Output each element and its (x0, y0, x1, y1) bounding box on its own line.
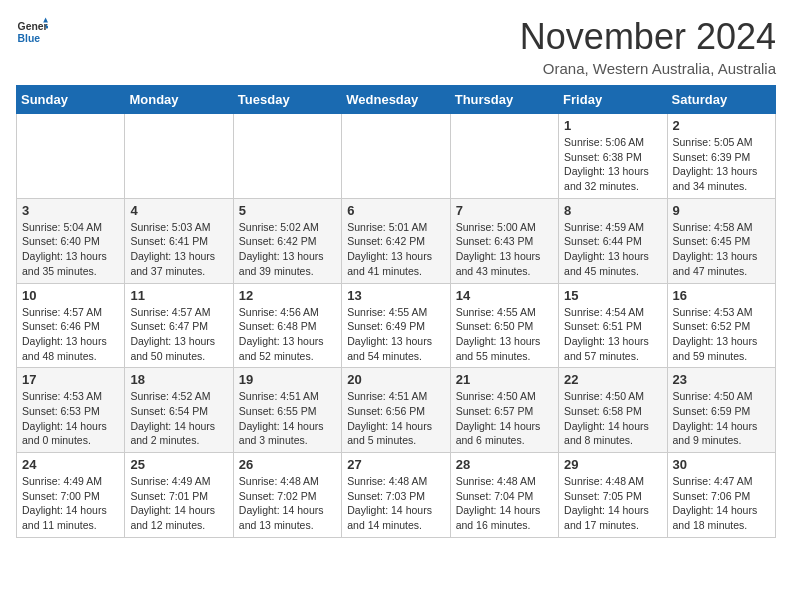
calendar-cell: 19Sunrise: 4:51 AMSunset: 6:55 PMDayligh… (233, 368, 341, 453)
day-number: 10 (22, 288, 119, 303)
day-number: 22 (564, 372, 661, 387)
calendar-cell (125, 114, 233, 199)
calendar-cell (17, 114, 125, 199)
day-info: Sunrise: 4:50 AMSunset: 6:59 PMDaylight:… (673, 389, 770, 448)
calendar-cell: 6Sunrise: 5:01 AMSunset: 6:42 PMDaylight… (342, 198, 450, 283)
calendar-cell: 4Sunrise: 5:03 AMSunset: 6:41 PMDaylight… (125, 198, 233, 283)
day-number: 6 (347, 203, 444, 218)
calendar-header: SundayMondayTuesdayWednesdayThursdayFrid… (17, 86, 776, 114)
title-block: November 2024 Orana, Western Australia, … (520, 16, 776, 77)
weekday-header-wednesday: Wednesday (342, 86, 450, 114)
svg-text:General: General (18, 21, 48, 32)
day-info: Sunrise: 5:05 AMSunset: 6:39 PMDaylight:… (673, 135, 770, 194)
calendar-cell: 2Sunrise: 5:05 AMSunset: 6:39 PMDaylight… (667, 114, 775, 199)
day-info: Sunrise: 4:49 AMSunset: 7:00 PMDaylight:… (22, 474, 119, 533)
weekday-header-friday: Friday (559, 86, 667, 114)
day-info: Sunrise: 4:58 AMSunset: 6:45 PMDaylight:… (673, 220, 770, 279)
calendar-cell: 13Sunrise: 4:55 AMSunset: 6:49 PMDayligh… (342, 283, 450, 368)
day-info: Sunrise: 4:59 AMSunset: 6:44 PMDaylight:… (564, 220, 661, 279)
calendar-cell: 27Sunrise: 4:48 AMSunset: 7:03 PMDayligh… (342, 453, 450, 538)
day-info: Sunrise: 4:55 AMSunset: 6:49 PMDaylight:… (347, 305, 444, 364)
day-info: Sunrise: 4:53 AMSunset: 6:52 PMDaylight:… (673, 305, 770, 364)
calendar-cell: 23Sunrise: 4:50 AMSunset: 6:59 PMDayligh… (667, 368, 775, 453)
weekday-header-saturday: Saturday (667, 86, 775, 114)
day-number: 2 (673, 118, 770, 133)
weekday-header-monday: Monday (125, 86, 233, 114)
calendar-body: 1Sunrise: 5:06 AMSunset: 6:38 PMDaylight… (17, 114, 776, 538)
calendar-cell: 16Sunrise: 4:53 AMSunset: 6:52 PMDayligh… (667, 283, 775, 368)
day-info: Sunrise: 5:04 AMSunset: 6:40 PMDaylight:… (22, 220, 119, 279)
calendar-cell: 24Sunrise: 4:49 AMSunset: 7:00 PMDayligh… (17, 453, 125, 538)
calendar-week-4: 17Sunrise: 4:53 AMSunset: 6:53 PMDayligh… (17, 368, 776, 453)
day-info: Sunrise: 5:02 AMSunset: 6:42 PMDaylight:… (239, 220, 336, 279)
calendar-cell: 10Sunrise: 4:57 AMSunset: 6:46 PMDayligh… (17, 283, 125, 368)
day-number: 4 (130, 203, 227, 218)
day-number: 11 (130, 288, 227, 303)
day-info: Sunrise: 4:54 AMSunset: 6:51 PMDaylight:… (564, 305, 661, 364)
day-info: Sunrise: 4:48 AMSunset: 7:02 PMDaylight:… (239, 474, 336, 533)
calendar-cell: 28Sunrise: 4:48 AMSunset: 7:04 PMDayligh… (450, 453, 558, 538)
calendar-cell (233, 114, 341, 199)
day-number: 30 (673, 457, 770, 472)
calendar-cell: 21Sunrise: 4:50 AMSunset: 6:57 PMDayligh… (450, 368, 558, 453)
day-info: Sunrise: 4:48 AMSunset: 7:03 PMDaylight:… (347, 474, 444, 533)
weekday-header-tuesday: Tuesday (233, 86, 341, 114)
day-number: 3 (22, 203, 119, 218)
calendar-cell: 17Sunrise: 4:53 AMSunset: 6:53 PMDayligh… (17, 368, 125, 453)
calendar-cell: 1Sunrise: 5:06 AMSunset: 6:38 PMDaylight… (559, 114, 667, 199)
calendar-cell: 11Sunrise: 4:57 AMSunset: 6:47 PMDayligh… (125, 283, 233, 368)
day-number: 20 (347, 372, 444, 387)
calendar-cell: 18Sunrise: 4:52 AMSunset: 6:54 PMDayligh… (125, 368, 233, 453)
calendar-cell: 14Sunrise: 4:55 AMSunset: 6:50 PMDayligh… (450, 283, 558, 368)
day-info: Sunrise: 4:51 AMSunset: 6:56 PMDaylight:… (347, 389, 444, 448)
day-info: Sunrise: 4:51 AMSunset: 6:55 PMDaylight:… (239, 389, 336, 448)
day-info: Sunrise: 5:01 AMSunset: 6:42 PMDaylight:… (347, 220, 444, 279)
day-info: Sunrise: 5:00 AMSunset: 6:43 PMDaylight:… (456, 220, 553, 279)
day-info: Sunrise: 4:52 AMSunset: 6:54 PMDaylight:… (130, 389, 227, 448)
day-number: 25 (130, 457, 227, 472)
day-info: Sunrise: 4:48 AMSunset: 7:04 PMDaylight:… (456, 474, 553, 533)
day-number: 13 (347, 288, 444, 303)
calendar-week-1: 1Sunrise: 5:06 AMSunset: 6:38 PMDaylight… (17, 114, 776, 199)
day-info: Sunrise: 4:57 AMSunset: 6:47 PMDaylight:… (130, 305, 227, 364)
day-number: 8 (564, 203, 661, 218)
day-info: Sunrise: 5:06 AMSunset: 6:38 PMDaylight:… (564, 135, 661, 194)
day-number: 1 (564, 118, 661, 133)
day-info: Sunrise: 4:47 AMSunset: 7:06 PMDaylight:… (673, 474, 770, 533)
day-number: 24 (22, 457, 119, 472)
logo: General Blue (16, 16, 48, 48)
day-info: Sunrise: 4:57 AMSunset: 6:46 PMDaylight:… (22, 305, 119, 364)
calendar-cell (342, 114, 450, 199)
weekday-header-row: SundayMondayTuesdayWednesdayThursdayFrid… (17, 86, 776, 114)
calendar-week-3: 10Sunrise: 4:57 AMSunset: 6:46 PMDayligh… (17, 283, 776, 368)
page-header: General Blue November 2024 Orana, Wester… (16, 16, 776, 77)
day-number: 9 (673, 203, 770, 218)
day-number: 5 (239, 203, 336, 218)
calendar-cell: 25Sunrise: 4:49 AMSunset: 7:01 PMDayligh… (125, 453, 233, 538)
calendar-week-5: 24Sunrise: 4:49 AMSunset: 7:00 PMDayligh… (17, 453, 776, 538)
calendar-cell (450, 114, 558, 199)
day-info: Sunrise: 4:49 AMSunset: 7:01 PMDaylight:… (130, 474, 227, 533)
month-title: November 2024 (520, 16, 776, 58)
day-number: 23 (673, 372, 770, 387)
calendar-cell: 29Sunrise: 4:48 AMSunset: 7:05 PMDayligh… (559, 453, 667, 538)
location-subtitle: Orana, Western Australia, Australia (520, 60, 776, 77)
svg-text:Blue: Blue (18, 33, 41, 44)
day-info: Sunrise: 4:56 AMSunset: 6:48 PMDaylight:… (239, 305, 336, 364)
calendar-cell: 5Sunrise: 5:02 AMSunset: 6:42 PMDaylight… (233, 198, 341, 283)
calendar-cell: 8Sunrise: 4:59 AMSunset: 6:44 PMDaylight… (559, 198, 667, 283)
day-info: Sunrise: 4:48 AMSunset: 7:05 PMDaylight:… (564, 474, 661, 533)
day-info: Sunrise: 4:55 AMSunset: 6:50 PMDaylight:… (456, 305, 553, 364)
calendar-cell: 30Sunrise: 4:47 AMSunset: 7:06 PMDayligh… (667, 453, 775, 538)
calendar-cell: 20Sunrise: 4:51 AMSunset: 6:56 PMDayligh… (342, 368, 450, 453)
day-number: 19 (239, 372, 336, 387)
svg-marker-2 (43, 18, 48, 23)
calendar-week-2: 3Sunrise: 5:04 AMSunset: 6:40 PMDaylight… (17, 198, 776, 283)
day-number: 29 (564, 457, 661, 472)
calendar-cell: 26Sunrise: 4:48 AMSunset: 7:02 PMDayligh… (233, 453, 341, 538)
day-number: 27 (347, 457, 444, 472)
weekday-header-sunday: Sunday (17, 86, 125, 114)
day-number: 15 (564, 288, 661, 303)
day-number: 7 (456, 203, 553, 218)
calendar-cell: 12Sunrise: 4:56 AMSunset: 6:48 PMDayligh… (233, 283, 341, 368)
